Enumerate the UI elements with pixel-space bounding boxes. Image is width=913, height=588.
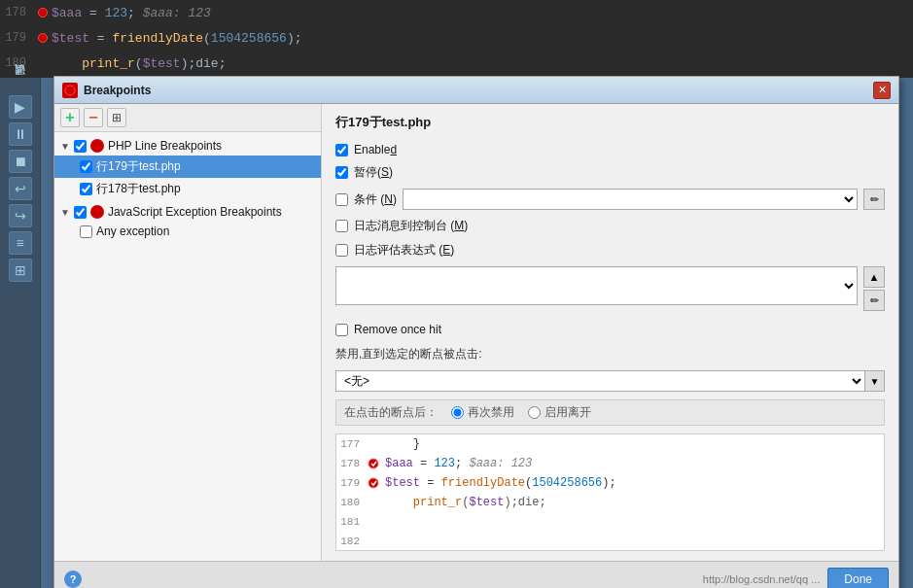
remove-once-label: Remove once hit: [354, 323, 441, 336]
radio-disable-again-input[interactable]: [451, 406, 464, 419]
bp-item-178-checkbox[interactable]: [80, 183, 92, 195]
php-group-arrow-icon: ▼: [60, 141, 70, 152]
disable-dropdown-row: <无> ▼: [335, 370, 885, 392]
preview-line-177: 177 }: [336, 434, 884, 454]
dialog-body: + − ⊞ ▼ PHP Line Breakpoints 行179于te: [54, 104, 898, 561]
log-eval-row: 日志评估表达式 (E): [335, 242, 885, 259]
any-exception-checkbox[interactable]: [80, 225, 92, 238]
after-click-label: 在点击的断点后：: [344, 404, 438, 421]
preview-line-181: 181: [336, 512, 884, 532]
condition-dropdown[interactable]: [403, 189, 858, 210]
step-over-button[interactable]: ↩: [9, 177, 32, 200]
code-line-179: 179 $test = friendlyDate(1504258656);: [0, 25, 913, 51]
radio-enable-leave[interactable]: 启用离开: [528, 404, 591, 421]
preview-line-182: 182: [336, 532, 884, 551]
settings-button[interactable]: ≡: [9, 231, 32, 255]
log-message-label: 日志消息到控制台 (M): [354, 218, 468, 234]
log-message-row: 日志消息到控制台 (M): [335, 218, 885, 234]
footer-url: http://blog.csdn.net/qq ...: [703, 573, 820, 585]
condition-edit-button[interactable]: ✏: [863, 189, 885, 210]
suspend-checkbox[interactable]: [335, 166, 348, 179]
php-group-checkbox[interactable]: [74, 140, 87, 153]
js-group-bp-icon: [90, 205, 104, 219]
php-group-label: PHP Line Breakpoints: [108, 139, 222, 153]
remove-once-checkbox[interactable]: [335, 324, 348, 336]
code-editor: 178 $aaa = 123; $aaa: 123 179 $test = fr…: [0, 0, 913, 78]
after-click-row: 在点击的断点后： 再次禁用 启用离开: [335, 399, 885, 426]
preview-line-180: 180 print_r($test);die;: [336, 493, 884, 512]
suspend-label: 暂停(S): [354, 164, 393, 181]
detail-title: 行179于test.php: [335, 114, 885, 131]
js-group-label: JavaScript Exception Breakpoints: [108, 205, 282, 219]
js-bp-group-header[interactable]: ▼ JavaScript Exception Breakpoints: [54, 202, 321, 222]
add-breakpoint-button[interactable]: +: [60, 108, 80, 127]
any-exception-item[interactable]: Any exception: [54, 222, 321, 241]
js-group-arrow-icon: ▼: [60, 207, 70, 218]
settings-breakpoint-button[interactable]: ⊞: [107, 108, 126, 127]
bp-detail-panel: 行179于test.php Enabled 暂停(S) 条件 (N) ✏: [322, 104, 898, 561]
js-bp-group: ▼ JavaScript Exception Breakpoints Any e…: [54, 202, 321, 241]
enabled-row: Enabled: [335, 143, 885, 156]
svg-point-1: [369, 459, 378, 468]
preview-line-178: 178 $aaa = 123; $aaa: 123: [336, 454, 884, 473]
disable-section-label: 禁用,直到选定的断点被点击:: [335, 346, 885, 363]
condition-label: 条件 (N): [354, 191, 397, 208]
remove-breakpoint-button[interactable]: −: [84, 108, 103, 127]
breakpoints-list-panel: + − ⊞ ▼ PHP Line Breakpoints 行179于te: [54, 104, 322, 561]
dialog-close-button[interactable]: ✕: [873, 82, 891, 99]
radio-disable-again-label: 再次禁用: [468, 404, 514, 421]
condition-row: 条件 (N) ✏: [335, 189, 885, 210]
stop-button[interactable]: ⏹: [9, 150, 32, 173]
preview-line-179: 179 $test = friendlyDate(1504258656);: [336, 473, 884, 493]
bp-toolbar: + − ⊞: [54, 104, 321, 132]
pause-button[interactable]: ⏸: [9, 122, 32, 146]
php-bp-group: ▼ PHP Line Breakpoints 行179于test.php 行17…: [54, 136, 321, 200]
step-into-button[interactable]: ↪: [9, 204, 32, 227]
log-message-checkbox[interactable]: [335, 220, 348, 232]
enabled-checkbox[interactable]: [335, 144, 348, 156]
log-eval-input[interactable]: [335, 266, 858, 305]
radio-enable-leave-input[interactable]: [528, 406, 541, 419]
bp-item-178-label: 行178于test.php: [96, 181, 181, 197]
js-group-checkbox[interactable]: [74, 206, 87, 219]
left-sidebar: 调试器 ▶ ⏸ ⏹ ↩ ↪ ≡ ⊞: [0, 78, 41, 588]
bp-item-179-label: 行179于test.php: [96, 158, 181, 175]
any-exception-label: Any exception: [96, 225, 169, 238]
remove-once-row: Remove once hit: [335, 323, 885, 336]
log-eval-label: 日志评估表达式 (E): [354, 242, 454, 259]
code-preview: 177 } 178 $aaa = 123; $aaa: 123 179: [335, 433, 885, 551]
run-button[interactable]: ▶: [9, 95, 32, 119]
php-bp-group-header[interactable]: ▼ PHP Line Breakpoints: [54, 136, 321, 156]
suspend-row: 暂停(S): [335, 164, 885, 181]
disable-dropdown-arrow-icon[interactable]: ▼: [865, 370, 885, 392]
dialog-footer: ? http://blog.csdn.net/qq ... Done: [54, 561, 898, 588]
dialog-title: Breakpoints: [84, 84, 151, 97]
php-group-bp-icon: [90, 139, 104, 153]
bp-item-178[interactable]: 行178于test.php: [54, 178, 321, 200]
done-button[interactable]: Done: [827, 568, 889, 588]
log-eval-input-row: ▲ ✏: [335, 266, 885, 311]
bp-item-179-checkbox[interactable]: [80, 160, 92, 173]
disable-dropdown[interactable]: <无>: [335, 370, 865, 392]
log-eval-checkbox[interactable]: [335, 244, 348, 257]
dialog-icon: [62, 83, 78, 98]
condition-checkbox[interactable]: [335, 193, 348, 206]
svg-point-0: [65, 86, 75, 95]
radio-disable-again[interactable]: 再次禁用: [451, 404, 514, 421]
grid-button[interactable]: ⊞: [9, 259, 32, 282]
enabled-label: Enabled: [354, 143, 397, 156]
svg-point-2: [369, 478, 378, 488]
breakpoints-list[interactable]: ▼ PHP Line Breakpoints 行179于test.php 行17…: [54, 132, 321, 561]
log-eval-extra-button[interactable]: ✏: [863, 290, 885, 311]
help-button[interactable]: ?: [64, 571, 82, 588]
radio-enable-leave-label: 启用离开: [544, 404, 591, 421]
breakpoints-dialog: Breakpoints ✕ + − ⊞ ▼ PHP Line B: [53, 76, 899, 588]
bp-item-179[interactable]: 行179于test.php: [54, 156, 321, 178]
code-line-180: 180 print_r($test);die;: [0, 51, 913, 76]
dialog-titlebar: Breakpoints ✕: [54, 77, 898, 104]
code-line-178: 178 $aaa = 123; $aaa: 123: [0, 0, 913, 25]
log-eval-edit-button[interactable]: ▲: [863, 266, 885, 288]
